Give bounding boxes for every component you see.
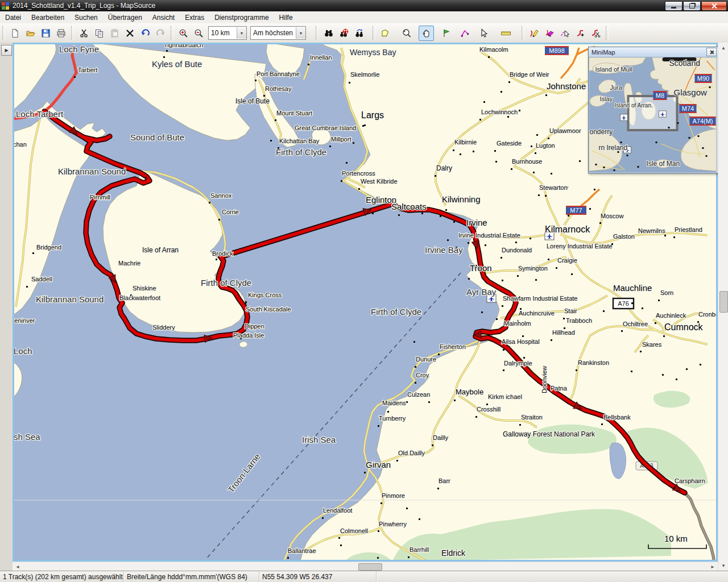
status-bar: 1 Track(s) (202 km gesamt) ausgewählt Br… [0,571,728,582]
map-viewport[interactable]: M898M77A76A713 Loch FyneKyles of ButeSou… [13,43,718,562]
save-button[interactable] [38,26,53,41]
menu-item-dienstprogramme[interactable]: Dienstprogramme [209,13,274,23]
minimap-window[interactable]: MiniMap [588,47,718,173]
minimap-viewport-rect[interactable] [628,96,677,130]
find-nearest-button[interactable] [336,26,351,41]
place-dot [662,374,664,376]
place-dot [415,382,416,384]
map-label: Gateside [497,140,522,147]
map-label: Rothesay [265,85,292,92]
map-label: Saltcoats [391,202,427,211]
scroll-down-icon[interactable]: ▼ [718,562,728,569]
track-select-button[interactable] [557,26,573,41]
map-label: Kirkm ichael [488,393,522,400]
route-tool-button[interactable] [457,26,473,41]
print-button[interactable] [53,26,69,41]
expand-panel-button[interactable]: ▶ [1,45,12,56]
map-label: Auchincruive [519,310,555,317]
vertical-scrollbar[interactable]: ▲ ▼ [718,43,728,571]
map-label: Sound of Bute [130,132,184,142]
map-label: Moscow [601,213,623,219]
place-dot [460,153,461,155]
map-label: Millport [331,136,351,143]
redo-button[interactable] [153,26,168,41]
new-document-button[interactable] [7,26,23,41]
place-dot [611,243,613,245]
recent-finds-button[interactable] [351,26,367,41]
minimap-close-button[interactable] [706,48,717,56]
close-button[interactable] [701,1,727,11]
horizontal-scroll-thumb[interactable] [358,563,382,571]
horizontal-scrollbar[interactable]: ◄ ► [13,562,718,571]
menu-item-bearbeiten[interactable]: Bearbeiten [26,13,69,23]
place-dot [421,213,423,214]
map-label: Irvine Bay [425,245,463,255]
place-dot [502,280,503,281]
map-label: Scotland [669,59,700,68]
cut-button[interactable] [76,26,92,41]
place-dot [627,155,628,156]
map-label: Kilmacolm [479,46,508,53]
minimap-title-bar[interactable]: MiniMap [589,47,718,57]
map-label: Galston [613,233,635,240]
menu-item-datei[interactable]: Datei [0,13,26,23]
place-dot [502,305,503,307]
map-label: Dippen [245,323,264,330]
chevron-down-icon[interactable]: ▼ [296,27,305,39]
window-title: 2014_Schottland_v1.4_Trip_Logs - MapSour… [13,2,155,10]
track-join-button[interactable] [573,26,588,41]
menu-item-hilfe[interactable]: Hilfe [274,13,298,23]
waypoint-tool-button[interactable] [439,26,454,41]
selection-tool-button[interactable] [476,26,491,41]
find-button[interactable] [321,26,336,41]
minimap-canvas[interactable]: M90M8M74A74(M) ScotlandIsland of MullJur… [589,57,717,172]
map-label: Bridge of Weir [510,71,549,78]
minimize-button[interactable] [665,1,682,11]
place-dot [32,252,34,254]
status-selection: 1 Track(s) (202 km gesamt) ausgewählt [0,571,124,582]
map-label: Firth of Clyde [371,307,421,317]
measure-tool-button[interactable] [498,26,514,41]
map-scale-combobox[interactable]: 10 km ▼ [208,26,247,40]
zoom-out-button[interactable] [191,26,206,41]
map-label: Maybole [456,388,483,396]
eraser-button[interactable] [542,26,557,41]
place-dot [531,146,532,147]
place-dot [468,278,470,280]
place-dot [338,537,340,539]
zoom-tool-button[interactable] [399,26,414,41]
menu-item-bertragen[interactable]: Übertragen [103,13,147,23]
map-label: Barr [439,477,450,484]
map-label: Kilwinning [442,194,481,204]
menu-item-suchen[interactable]: Suchen [69,13,103,23]
menu-item-extras[interactable]: Extras [180,13,209,23]
place-dot [709,86,711,88]
hand-tool-button[interactable] [419,26,434,41]
menu-item-ansicht[interactable]: Ansicht [147,13,180,23]
delete-button[interactable] [122,26,138,41]
restore-button[interactable] [683,1,701,11]
map-label: Jura [610,84,623,91]
map-label: Kings Cross [248,292,282,298]
map-label: Cumnock [664,322,704,332]
track-divide-button[interactable] [588,26,603,41]
open-folder-icon [26,28,35,38]
place-dot [702,147,704,149]
place-dot [278,147,279,149]
scroll-left-icon[interactable]: ◄ [14,562,22,571]
open-file-button[interactable] [23,26,38,41]
undo-button[interactable] [138,26,153,41]
paste-button[interactable] [107,26,122,41]
copy-button[interactable] [92,26,107,41]
detail-level-combobox[interactable]: Am höchsten ▼ [250,26,306,40]
scroll-up-icon[interactable]: ▲ [718,44,728,52]
map-tool-button[interactable] [378,26,393,41]
zoom-in-button[interactable] [176,26,191,41]
map-label: Fisherton [440,343,466,350]
scroll-right-icon[interactable]: ► [709,562,717,571]
vertical-scroll-thumb[interactable] [719,291,728,313]
place-dot [621,330,623,332]
chevron-down-icon[interactable]: ▼ [237,27,246,39]
track-draw-button[interactable] [527,26,542,41]
place-dot [308,64,309,65]
